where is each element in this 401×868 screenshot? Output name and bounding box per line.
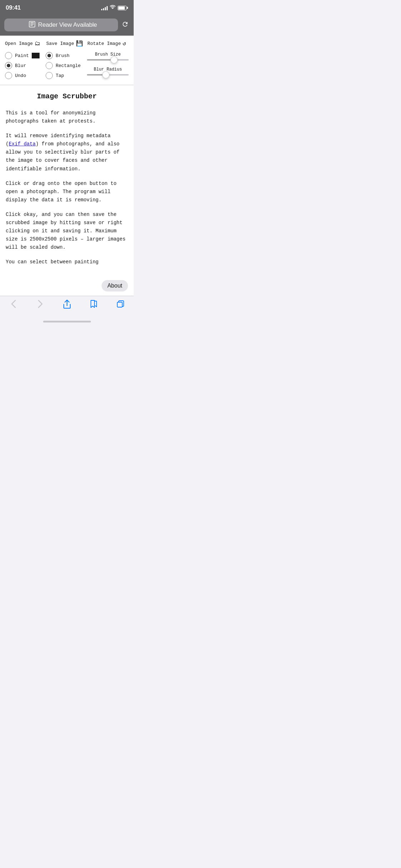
brush-radio[interactable] [46,52,53,59]
brush-label: Brush [56,53,70,58]
back-button[interactable] [0,300,27,308]
toolbar-top-row: Open Image 🗂 Save Image 💾 Rotate Image ↺ [5,40,129,47]
forward-button[interactable] [27,300,53,308]
status-icons [101,5,127,11]
blur-radius-label: Blur Radius [87,67,129,72]
article-title: Image Scrubber [6,92,128,100]
rotate-icon: ↺ [123,40,126,47]
article-para-2: It will remove identifying metadata (Exi… [6,132,128,173]
open-image-label: Open Image [5,41,33,46]
sliders-group: Brush Size Blur Radius [87,52,129,81]
save-icon: 💾 [76,40,83,47]
svg-rect-4 [117,302,122,307]
rectangle-label: Rectangle [56,63,81,68]
exif-data-link[interactable]: Exif data [9,141,36,147]
about-btn-container: About [0,280,134,296]
paint-color-swatch[interactable] [32,53,40,58]
article-body: This is a tool for anonymizing photograp… [6,109,128,267]
bookmarks-button[interactable] [80,300,107,308]
rectangle-radio-item[interactable]: Rectangle [46,62,83,69]
brush-size-slider[interactable] [87,59,129,61]
undo-label: Undo [15,73,26,78]
tabs-button[interactable] [107,300,134,308]
url-bar: Reader View Available [0,16,134,36]
folder-icon: 🗂 [35,40,40,47]
svg-rect-3 [30,25,33,26]
svg-rect-1 [30,22,34,23]
signal-bars-icon [101,6,108,10]
reload-button[interactable] [122,21,129,30]
blur-radius-slider[interactable] [87,74,129,76]
about-button[interactable]: About [102,280,128,291]
reader-mode-icon [29,21,35,29]
brush-radio-item[interactable]: Brush [46,52,83,59]
wifi-icon [110,5,115,11]
home-indicator [43,321,91,322]
blur-radio-item[interactable]: Blur [5,62,43,69]
status-time: 09:41 [6,4,21,11]
tap-label: Tap [56,73,64,78]
article-para-4: Click okay, and you can then save the sc… [6,211,128,252]
share-button[interactable] [53,300,80,309]
blur-radio[interactable] [5,62,12,69]
undo-radio[interactable] [5,72,12,79]
article-para-5-partial: You can select between painting [6,258,128,266]
article-para-3: Click or drag onto the open button to op… [6,180,128,204]
mode-radio-group: Paint Blur Undo [5,52,43,79]
blur-label: Blur [15,63,26,68]
rotate-image-button[interactable]: Rotate Image ↺ [87,40,129,47]
open-image-button[interactable]: Open Image 🗂 [5,40,46,47]
status-bar: 09:41 [0,0,134,16]
tap-radio-item[interactable]: Tap [46,72,83,79]
paint-radio-item[interactable]: Paint [5,52,43,59]
article-para-1: This is a tool for anonymizing photograp… [6,109,128,125]
tap-radio[interactable] [46,72,53,79]
toolbar-controls: Paint Blur Undo Brush [5,52,129,81]
reader-view-label: Reader View Available [38,21,97,29]
toolbar-panel: Open Image 🗂 Save Image 💾 Rotate Image ↺… [0,36,134,85]
battery-icon [118,6,127,10]
tool-radio-group: Brush Rectangle Tap [46,52,83,79]
url-bar-inner[interactable]: Reader View Available [4,19,118,31]
brush-size-label: Brush Size [87,52,129,57]
undo-radio-item[interactable]: Undo [5,72,43,79]
rotate-image-label: Rotate Image [87,41,121,46]
rectangle-radio[interactable] [46,62,53,69]
paint-radio[interactable] [5,52,12,59]
svg-rect-2 [30,24,34,25]
save-image-button[interactable]: Save Image 💾 [46,40,88,47]
save-image-label: Save Image [46,41,74,46]
paint-label: Paint [15,53,29,58]
main-content: Image Scrubber This is a tool for anonym… [0,85,134,280]
